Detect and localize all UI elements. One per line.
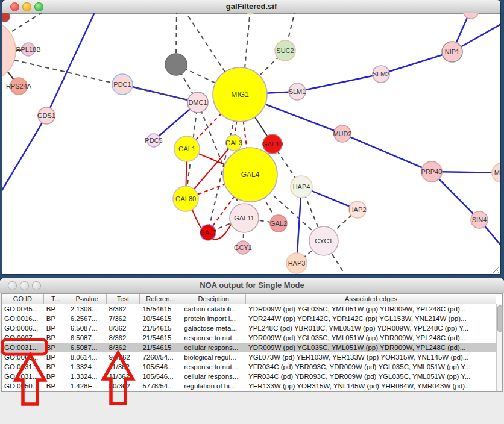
table-cell: GO:0016... — [2, 314, 44, 323]
table-row[interactable]: GO:0065...BP8.0614...94/3627260/54...bio… — [2, 352, 496, 362]
column-header-5[interactable]: Desciption — [181, 294, 246, 304]
table-cell: 11/362 — [107, 362, 140, 372]
table-cell: 10/54615 — [140, 314, 181, 323]
node-label-SIN4: SIN4 — [472, 216, 487, 223]
table-cell: 2.1308... — [68, 304, 107, 314]
table-cell: BP — [44, 381, 68, 391]
node-label-SUC2: SUC2 — [276, 47, 294, 54]
table-cell: GO:0050... — [2, 381, 44, 391]
table-cell: GO:0065... — [2, 352, 44, 362]
node-label-MIG1: MIG1 — [231, 90, 249, 99]
node-label-NIP1: NIP1 — [445, 48, 459, 55]
node-label-HAP4: HAP4 — [293, 183, 310, 190]
table-row[interactable]: GO:0006...BP6.5087...8/36221/54615galact… — [2, 323, 496, 333]
table-cell: 21/54615 — [140, 323, 181, 333]
edge-blue — [2, 116, 46, 202]
network-titlebar[interactable]: galFiltered.sif — [2, 0, 500, 14]
node-corner-red[interactable] — [2, 13, 10, 22]
table-cell: 1.3324... — [68, 372, 107, 381]
table-header-row[interactable]: GO IDT...P-valueTestReferen...Desciption… — [2, 294, 496, 305]
table-cell: 8.0614... — [68, 352, 107, 362]
table-cell: 105/546... — [140, 372, 181, 381]
edge-blue — [342, 134, 432, 172]
scrollbar-thumb[interactable] — [497, 305, 503, 332]
noa-titlebar[interactable]: NOA output for Single Mode — [0, 278, 504, 293]
table-cell: protein import i... — [181, 314, 246, 323]
table-row[interactable]: GO:0045...BP2.1308...8/36215/54615carbon… — [2, 304, 496, 314]
node-top-green[interactable] — [246, 13, 254, 14]
table-cell: BP — [44, 362, 68, 372]
table-cell: 105/546... — [140, 362, 181, 372]
table-cell: 1.428E... — [68, 381, 107, 391]
column-header-6[interactable]: Associated edges — [246, 294, 496, 304]
table-cell: 11/362 — [107, 372, 140, 381]
node-label-CYC1: CYC1 — [315, 237, 332, 245]
node-label-MUD2: MUD2 — [333, 130, 351, 137]
edge-gray_dashed — [12, 13, 57, 31]
table-cell: BP — [44, 314, 68, 323]
table-cell: 8/362 — [107, 343, 140, 352]
table-cell: YDR009W (pd) YGL035C, YML051W (pp) YDR00… — [246, 333, 496, 343]
node-label-MSN: MSN — [494, 169, 500, 176]
edge-gray_dashed — [176, 13, 177, 55]
edge-blue — [46, 13, 98, 116]
table-cell: 6.5087... — [68, 343, 107, 352]
edge-blue — [297, 187, 301, 263]
column-header-4[interactable]: Referen... — [140, 294, 181, 304]
table-row[interactable]: GO:0007...BP6.5087...8/36221/54615respon… — [2, 333, 496, 343]
node-label-PDC5: PDC5 — [145, 137, 162, 144]
table-cell: regulation of bi... — [181, 381, 246, 391]
table-cell: biological regul... — [181, 352, 246, 362]
table-cell: 8/362 — [107, 333, 140, 343]
edge-blue — [381, 52, 452, 74]
table-cell: 1.3324... — [68, 362, 107, 372]
column-header-0[interactable]: GO ID — [2, 294, 44, 304]
table-cell: GO:0031... — [2, 372, 44, 381]
table-cell: GO:0045... — [2, 304, 44, 314]
network-canvas[interactable]: RPL18BRPS24AGDS1PDC1DMC1MIG1SUC2SLM1SLM2… — [2, 13, 500, 274]
table-cell: BP — [44, 304, 68, 314]
table-cell: 15/54615 — [140, 304, 181, 314]
table-cell: YDR009W (pd) YGL035C, YML051W (pp) YDR00… — [246, 343, 496, 352]
table-cell: 5778/54... — [140, 381, 181, 391]
node-label-RPS24A: RPS24A — [6, 83, 32, 90]
table-cell: galactose meta... — [181, 323, 246, 333]
resize-grip-icon[interactable] — [493, 266, 500, 273]
table-row[interactable]: GO:0031...BP6.5087...8/36221/54615cellul… — [2, 343, 496, 352]
node-label-GCY1: GCY1 — [234, 244, 252, 251]
node-label-GAL7: GAL7 — [200, 229, 216, 236]
table-cell: 8/362 — [107, 323, 140, 333]
node-top-pink[interactable] — [463, 13, 479, 19]
table-cell: YER133W (pp) YOR315W, YNL145W (pd) YHR08… — [246, 381, 496, 391]
node-dark-gray[interactable] — [165, 54, 187, 75]
network-window: galFiltered.sif RPL18BRPS24AGDS1PDC1DMC1… — [2, 0, 500, 274]
table-row[interactable]: GO:0016...BP6.2567...7/36210/54615protei… — [2, 314, 496, 323]
vertical-scrollbar[interactable] — [496, 304, 502, 391]
column-header-2[interactable]: P-value — [68, 294, 107, 304]
table-cell: BP — [44, 372, 68, 381]
table-cell: BP — [44, 352, 68, 362]
node-label-PRP40: PRP40 — [421, 168, 443, 175]
node-label-GDS1: GDS1 — [37, 112, 55, 119]
table-row[interactable]: GO:0031...BP1.3324...11/362105/546...res… — [2, 362, 496, 372]
column-header-1[interactable]: T... — [44, 294, 68, 304]
column-header-3[interactable]: Test — [107, 294, 140, 304]
table-row[interactable]: GO:0031...BP1.3324...11/362105/546...cel… — [2, 372, 496, 381]
table-row[interactable]: GO:0050...BP1.428E...80/3625778/54...reg… — [2, 381, 496, 391]
table-cell: 21/54615 — [140, 343, 181, 352]
results-table: GO IDT...P-valueTestReferen...Desciption… — [1, 293, 503, 392]
node-label-GAL80: GAL80 — [175, 195, 196, 202]
table-cell: carbon cataboli... — [181, 304, 246, 314]
network-window-title: galFiltered.sif — [2, 2, 500, 11]
table-cell: cellular respons... — [181, 343, 246, 352]
node-label-PDC1: PDC1 — [113, 81, 131, 88]
table-cell: BP — [44, 343, 68, 352]
table-cell: YFR034C (pd) YBR093C, YDR009W (pd) YGL03… — [246, 372, 496, 381]
table-body: GO:0045...BP2.1308...8/36215/54615carbon… — [2, 304, 496, 391]
table-cell: 7/362 — [107, 314, 140, 323]
table-cell: GO:0031... — [2, 362, 44, 372]
table-cell: GO:0031... — [2, 343, 44, 352]
node-label-GAL4: GAL4 — [241, 170, 260, 179]
node-label-RPL18B: RPL18B — [16, 46, 41, 53]
table-cell: 94/362 — [107, 352, 140, 362]
